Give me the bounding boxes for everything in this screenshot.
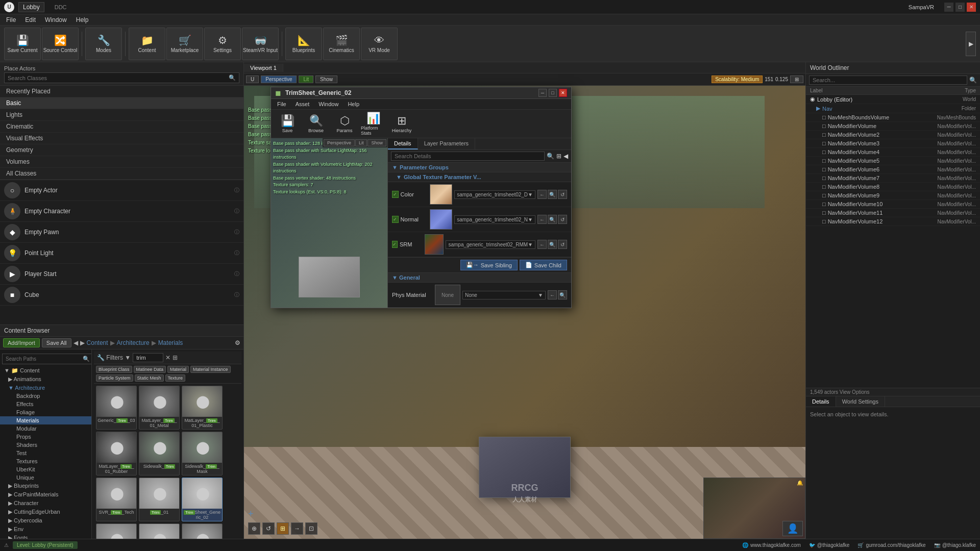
- details-expand-icon[interactable]: ◀: [564, 153, 568, 160]
- outliner-item-navmod8[interactable]: □ NavModifierVolume8 NavModifierVol...: [806, 183, 980, 191]
- tree-carpaint[interactable]: ▶ CarPaintMaterials: [0, 490, 91, 499]
- tree-test[interactable]: Test: [0, 449, 91, 457]
- add-import-button[interactable]: Add/Import: [3, 338, 40, 347]
- show-button[interactable]: Show: [315, 76, 337, 83]
- cb-options-icon[interactable]: ⚙: [235, 339, 240, 346]
- asset-item[interactable]: ⬤ Sidewalk_Trim: [139, 432, 180, 475]
- maximize-button[interactable]: □: [955, 3, 965, 12]
- world-settings-tab-btn[interactable]: World Settings: [836, 396, 885, 407]
- mat-menu-help[interactable]: Help: [344, 100, 363, 108]
- save-all-button[interactable]: Save All: [42, 338, 71, 347]
- cat-all-classes[interactable]: All Classes: [0, 168, 243, 180]
- social-twitter[interactable]: 🐦 @thiagoklafke: [809, 542, 850, 548]
- tree-env[interactable]: ▶ Env: [0, 525, 91, 534]
- video-notification-icon[interactable]: 🔔: [797, 480, 803, 486]
- toolbar-expand[interactable]: ▶: [966, 32, 976, 56]
- nav-back-icon[interactable]: ◀: [74, 339, 78, 346]
- scalability-badge[interactable]: Scalability: Medium: [712, 76, 763, 83]
- toolbar-content[interactable]: 📁 Content: [129, 28, 165, 60]
- tree-shaders[interactable]: Shaders: [0, 441, 91, 449]
- filter-particle-system[interactable]: Particle System: [96, 374, 133, 382]
- save-sibling-button[interactable]: 💾→ Save Sibling: [460, 260, 518, 270]
- perspective-button[interactable]: Perspective: [261, 76, 297, 83]
- asset-item[interactable]: ⬤ TrimSheet_04: [139, 523, 180, 539]
- path-materials[interactable]: Materials: [158, 339, 183, 346]
- list-item[interactable]: ○ Empty Actor ⓘ: [0, 180, 243, 201]
- toolbar-save-current[interactable]: 💾 Save Current: [4, 28, 41, 60]
- tree-cybercodia[interactable]: ▶ Cybercodia: [0, 516, 91, 525]
- param-groups-header[interactable]: ▼ Parameter Groups: [388, 163, 571, 172]
- color-back-btn[interactable]: ←: [537, 190, 547, 199]
- list-item[interactable]: ◆ Empty Pawn ⓘ: [0, 222, 243, 243]
- normal-selector[interactable]: sampa_generic_trimsheet02_N ▼: [454, 215, 535, 224]
- list-item[interactable]: 💡 Point Light ⓘ: [0, 243, 243, 264]
- details-layout-icon[interactable]: ⊞: [556, 153, 561, 160]
- outliner-item-navmod10[interactable]: □ NavModifierVolume10 NavModifierVol...: [806, 200, 980, 209]
- filter-static-mesh[interactable]: Static Mesh: [135, 374, 164, 382]
- layer-params-tab[interactable]: Layer Parameters: [418, 138, 475, 149]
- phys-search-btn[interactable]: 🔍: [558, 290, 567, 299]
- list-item[interactable]: 🧍 Empty Character ⓘ: [0, 201, 243, 222]
- gizmo-btn-3[interactable]: ⊞: [277, 522, 289, 535]
- normal-reset-btn[interactable]: ↺: [558, 215, 567, 224]
- mat-save-button[interactable]: 💾 Save: [275, 114, 300, 133]
- gizmo-btn-1[interactable]: ⊕: [248, 522, 260, 535]
- color-checkbox[interactable]: ✓: [392, 191, 399, 198]
- filter-matinee-data[interactable]: Matinee Data: [134, 366, 166, 373]
- cat-recently-placed[interactable]: Recently Placed: [0, 86, 243, 97]
- normal-search-btn[interactable]: 🔍: [548, 215, 557, 224]
- tree-materials[interactable]: Materials: [0, 416, 91, 424]
- asset-item[interactable]: ⬤ Sidewalk_Trim_Mask: [182, 432, 223, 475]
- toolbar-steamvr[interactable]: 🥽 SteamVR Input: [242, 28, 279, 60]
- minimize-button[interactable]: ─: [944, 3, 953, 12]
- general-section-header[interactable]: ▼ General: [388, 272, 571, 283]
- details-tab-btn[interactable]: Details: [806, 396, 836, 407]
- menu-help[interactable]: Help: [72, 15, 93, 24]
- toolbar-modes[interactable]: 🔧 Modes: [85, 28, 122, 60]
- toolbar-source-control[interactable]: 🔀 Source Control: [42, 28, 79, 60]
- toolbar-settings[interactable]: ⚙ Settings: [204, 28, 241, 60]
- mat-vp-lit[interactable]: Lit: [355, 139, 368, 146]
- mat-minimize-button[interactable]: ─: [538, 89, 547, 97]
- viewport-tab-1[interactable]: Viewport 1: [244, 64, 283, 72]
- srm-back-btn[interactable]: ←: [537, 240, 547, 249]
- asset-item-selected[interactable]: ⬤ TrimSheet_Generic_02: [182, 478, 223, 521]
- asset-item[interactable]: ⬤ Generic_Trim_03: [96, 386, 137, 430]
- mat-vp-show[interactable]: Show: [368, 139, 386, 146]
- outliner-item-navmod7[interactable]: □ NavModifierVolume7 NavModifierVol...: [806, 174, 980, 183]
- outliner-item-lobby[interactable]: ◉ Lobby (Editor) World: [806, 95, 980, 104]
- outliner-item-navmod11[interactable]: □ NavModifierVolume11 NavModifierVol...: [806, 209, 980, 217]
- asset-item[interactable]: ⬤ MatLayer_Trim_01_Rubber: [96, 432, 137, 475]
- asset-item[interactable]: ⬤ MatLayer_Trim_01_Metal: [139, 386, 180, 430]
- tree-textures[interactable]: Textures: [0, 457, 91, 465]
- path-architecture[interactable]: Architecture: [117, 339, 150, 346]
- mat-browse-button[interactable]: 🔍 Browse: [304, 114, 328, 133]
- srm-search-btn[interactable]: 🔍: [548, 240, 557, 249]
- outliner-item-navmesh[interactable]: □ NavMeshBoundsVolume NavMeshBounds: [806, 113, 980, 122]
- mat-close-button[interactable]: ✕: [559, 89, 567, 97]
- tree-content[interactable]: ▼ 📁 Content: [0, 366, 91, 375]
- lit-button[interactable]: Lit: [299, 76, 313, 83]
- outliner-item-nav[interactable]: ▶ Nav Folder: [806, 104, 980, 113]
- toolbar-marketplace[interactable]: 🛒 Marketplace: [166, 28, 203, 60]
- tree-modular[interactable]: Modular: [0, 424, 91, 433]
- list-item[interactable]: ■ Cube ⓘ: [0, 285, 243, 306]
- tree-fonts[interactable]: ▶ Fonts: [0, 534, 91, 539]
- tree-architecture[interactable]: ▼ Architecture: [0, 384, 91, 392]
- gizmo-btn-5[interactable]: ⊡: [305, 522, 317, 535]
- filter-blueprint-class[interactable]: Blueprint Class: [96, 366, 132, 373]
- cat-volumes[interactable]: Volumes: [0, 156, 243, 168]
- filter-search-input[interactable]: [133, 353, 163, 362]
- nav-forward-icon[interactable]: ▶: [80, 339, 85, 346]
- cat-cinematic[interactable]: Cinematic: [0, 121, 243, 133]
- toolbar-cinematics[interactable]: 🎬 Cinematics: [323, 28, 360, 60]
- search-classes-bar[interactable]: 🔍: [4, 72, 239, 83]
- srm-selector[interactable]: sampa_generic_trimsheet02_RMM ▼: [446, 240, 535, 249]
- filter-texture[interactable]: Texture: [165, 374, 186, 382]
- social-website[interactable]: 🌐 www.thiagoklafke.com: [742, 542, 801, 548]
- mat-platform-stats-button[interactable]: 📊 Platform Stats: [361, 112, 385, 136]
- save-child-button[interactable]: 📄 Save Child: [520, 260, 567, 270]
- toolbar-vr-mode[interactable]: 👁 VR Mode: [361, 28, 398, 60]
- color-search-btn[interactable]: 🔍: [548, 190, 557, 199]
- gizmo-btn-2[interactable]: ↺: [262, 522, 275, 535]
